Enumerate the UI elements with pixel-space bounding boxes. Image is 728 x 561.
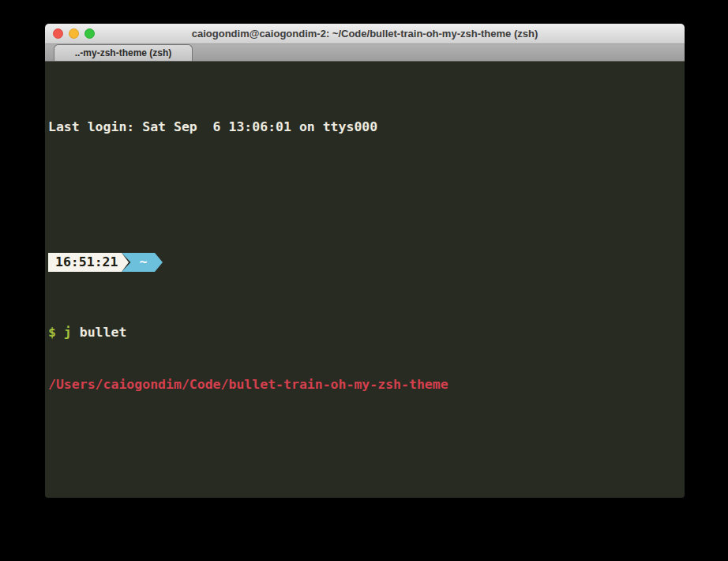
minimize-button[interactable] xyxy=(69,28,79,39)
tab-label: ..-my-zsh-theme (zsh) xyxy=(75,47,172,58)
blank-line xyxy=(48,171,680,183)
blank-line xyxy=(48,428,680,441)
tab-bar: ..-my-zsh-theme (zsh) xyxy=(45,44,685,62)
close-button[interactable] xyxy=(53,28,63,39)
title-bar[interactable]: caiogondim@caiogondim-2: ~/Code/bullet-t… xyxy=(45,24,685,44)
powerline-separator-icon xyxy=(122,253,132,272)
powerline-arrow-icon xyxy=(155,253,164,272)
prompt-time-segment: 16:51:21 xyxy=(48,253,122,272)
prompt-path-segment: ~ xyxy=(132,253,155,272)
last-login-line: Last login: Sat Sep 6 13:06:01 on ttys00… xyxy=(48,119,680,136)
terminal-window: caiogondim@caiogondim-2: ~/Code/bullet-t… xyxy=(45,24,685,498)
prompt-path: ~ xyxy=(139,254,147,271)
zoom-button[interactable] xyxy=(84,28,95,39)
autojump-output-line: /Users/caiogondim/Code/bullet-train-oh-m… xyxy=(48,376,680,393)
command-arguments: bullet xyxy=(72,325,127,340)
prompt-and-command: $ j xyxy=(48,325,72,340)
window-controls xyxy=(53,24,95,43)
terminal-screen[interactable]: Last login: Sat Sep 6 13:06:01 on ttys00… xyxy=(45,62,685,498)
window-title: caiogondim@caiogondim-2: ~/Code/bullet-t… xyxy=(192,28,538,40)
tab-my-zsh-theme[interactable]: ..-my-zsh-theme (zsh) xyxy=(54,44,193,61)
prompt-line-1: 16:51:21~ xyxy=(48,253,680,272)
desktop-background: { "window": { "title": "caiogondim@caiog… xyxy=(0,0,728,561)
command-line-1: $ j bullet xyxy=(48,324,680,341)
prompt-time: 16:51:21 xyxy=(55,254,118,271)
